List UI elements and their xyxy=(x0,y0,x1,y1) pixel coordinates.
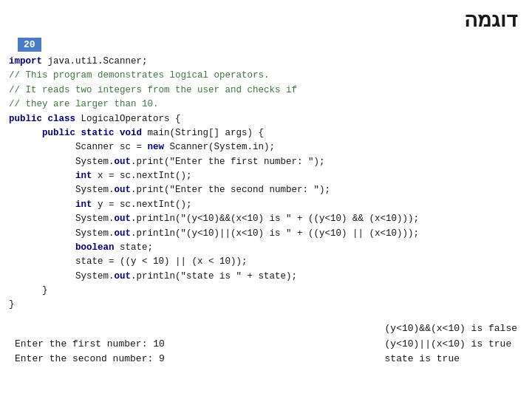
code-line-15: state = ((y < 10) || (x < 10)); xyxy=(9,255,523,269)
header: דוגמה xyxy=(0,0,532,38)
code-line-5: public class LogicalOperators { xyxy=(9,112,523,126)
code-line-18: } xyxy=(9,298,523,312)
slide-number-bar: 20 xyxy=(0,38,532,53)
code-line-14: boolean state; xyxy=(9,241,523,255)
code-line-2: // This program demonstrates logical ope… xyxy=(9,69,523,83)
code-line-4: // they are larger than 10. xyxy=(9,98,523,112)
code-line-10: System.out.print("Enter the second numbe… xyxy=(9,183,523,197)
code-line-3: // It reads two integers from the user a… xyxy=(9,83,523,98)
output-right: (y<10)&&(x<10) is false (y<10)||(x<10) i… xyxy=(385,321,517,367)
slide-number: 20 xyxy=(18,38,41,52)
output-right-line3: state is true xyxy=(385,352,517,367)
code-line-17: } xyxy=(9,284,523,298)
output-left-line1: Enter the first number: 10 xyxy=(15,337,165,352)
bottom-section: Enter the first number: 10 Enter the sec… xyxy=(0,317,532,375)
code-line-8: System.out.print("Enter the first number… xyxy=(9,155,523,169)
output-left-line2: Enter the second number: 9 xyxy=(15,352,165,367)
output-right-line1: (y<10)&&(x<10) is false xyxy=(385,321,517,337)
code-line-6: public static void main(String[] args) { xyxy=(9,126,523,140)
code-line-16: System.out.println("state is " + state); xyxy=(9,270,523,284)
code-block: import java.util.Scanner; // This progra… xyxy=(0,53,532,314)
output-right-line2: (y<10)||(x<10) is true xyxy=(385,337,517,352)
code-line-12: System.out.println("(y<10)&&(x<10) is " … xyxy=(9,212,523,226)
code-line-11: int y = sc.nextInt(); xyxy=(9,198,523,212)
code-line-7: Scanner sc = new Scanner(System.in); xyxy=(9,140,523,154)
output-left: Enter the first number: 10 Enter the sec… xyxy=(15,337,165,368)
page-title: דוגמה xyxy=(464,8,517,31)
code-line-1: import java.util.Scanner; xyxy=(9,55,523,69)
code-line-13: System.out.println("(y<10)||(x<10) is " … xyxy=(9,227,523,241)
code-line-9: int x = sc.nextInt(); xyxy=(9,169,523,183)
